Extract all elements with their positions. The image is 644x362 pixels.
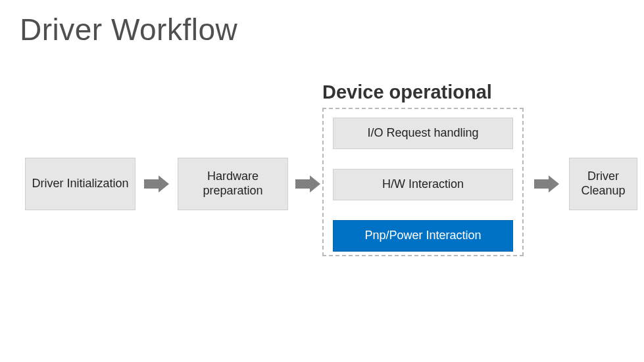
box-driver-initialization: Driver Initialization [25, 158, 136, 210]
device-operational-label: Device operational [322, 81, 492, 103]
arrow-icon [534, 175, 559, 192]
box-driver-cleanup: Driver Cleanup [569, 158, 637, 210]
slide-title: Driver Workflow [20, 12, 237, 47]
box-io-request-handling: I/O Request handling [333, 118, 513, 149]
box-pnp-power-interaction: Pnp/Power Interaction [333, 220, 513, 252]
arrow-icon [295, 175, 320, 192]
arrow-icon [144, 175, 169, 192]
box-hardware-preparation: Hardware preparation [178, 158, 288, 210]
box-hw-interaction: H/W Interaction [333, 169, 513, 200]
